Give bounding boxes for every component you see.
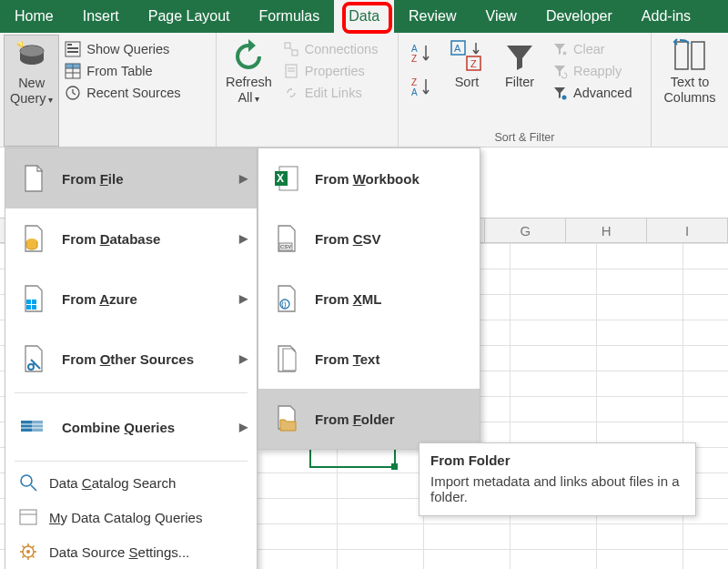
refresh-all-icon	[230, 38, 267, 73]
menu-from-other-sources[interactable]: From Other Sources ▶	[5, 329, 257, 389]
sort-button[interactable]: AZ Sort	[440, 35, 493, 129]
recent-sources-button[interactable]: Recent Sources	[59, 82, 186, 104]
tab-formulas[interactable]: Formulas	[245, 0, 335, 33]
svg-text:A: A	[411, 87, 418, 97]
svg-rect-3	[67, 44, 72, 46]
ribbon-data: NewQuery ▾ Show Queries From Table Recen…	[0, 33, 728, 147]
recent-sources-icon	[65, 85, 81, 101]
svg-rect-12	[285, 43, 290, 48]
menu-combine-queries[interactable]: Combine Queries ▶	[5, 397, 257, 457]
text-to-columns-icon	[672, 38, 708, 73]
from-file-icon	[18, 163, 49, 194]
tab-developer[interactable]: Developer	[531, 0, 627, 33]
svg-rect-35	[21, 421, 32, 432]
reapply-icon	[551, 63, 568, 79]
svg-rect-30	[26, 300, 31, 304]
my-queries-icon	[18, 507, 38, 527]
svg-rect-36	[32, 421, 43, 432]
svg-rect-13	[292, 50, 298, 56]
properties-icon	[283, 63, 299, 79]
from-file-submenu: X From Workbook CSV From CSV ⟨⟩ From XML…	[258, 147, 480, 450]
tooltip-body: Import metadata and links about files in…	[430, 473, 684, 504]
tab-data[interactable]: Data	[334, 0, 394, 33]
new-query-button[interactable]: NewQuery ▾	[4, 35, 59, 147]
submenu-from-folder[interactable]: From Folder	[258, 389, 480, 449]
refresh-all-button[interactable]: RefreshAll ▾	[220, 35, 278, 147]
svg-line-14	[290, 48, 292, 50]
reapply-button: Reapply	[546, 60, 638, 82]
column-header[interactable]: H	[566, 218, 647, 242]
sort-descending-button[interactable]: ZA	[404, 72, 439, 106]
tab-add-ins[interactable]: Add-ins	[627, 0, 705, 33]
advanced-button[interactable]: Advanced	[546, 82, 638, 104]
submenu-from-csv[interactable]: CSV From CSV	[258, 208, 480, 269]
menu-from-file[interactable]: From File ▶	[5, 148, 257, 208]
properties-button: Properties	[278, 60, 384, 82]
menu-from-database[interactable]: From Database ▶	[5, 208, 257, 269]
edit-links-icon	[283, 85, 299, 101]
svg-rect-4	[67, 47, 78, 49]
combine-queries-icon	[18, 412, 49, 442]
svg-text:A: A	[411, 44, 418, 54]
svg-text:Z: Z	[470, 58, 477, 69]
clear-button: Clear	[546, 38, 638, 60]
submenu-arrow-icon: ▶	[239, 172, 248, 185]
column-header[interactable]: I	[647, 218, 728, 242]
menu-separator	[15, 461, 248, 462]
submenu-from-text[interactable]: From Text	[258, 329, 480, 389]
text-to-columns-button[interactable]: Text toColumns	[655, 35, 724, 105]
sort-ascending-button[interactable]: AZ	[404, 38, 439, 72]
clear-icon	[551, 41, 568, 57]
menu-data-source-settings[interactable]: Data Source Settings...	[5, 534, 257, 569]
from-folder-tooltip: From Folder Import metadata and links ab…	[419, 442, 696, 516]
workbook-icon: X	[271, 163, 302, 194]
xml-icon: ⟨⟩	[271, 283, 302, 314]
tab-review[interactable]: Review	[394, 0, 470, 33]
svg-text:Z: Z	[411, 77, 417, 87]
from-other-sources-icon	[18, 343, 49, 374]
svg-point-26	[562, 96, 567, 100]
connections-button[interactable]: Connections	[278, 38, 384, 60]
new-query-menu: From File ▶ From Database ▶ From Azure ▶…	[5, 147, 258, 569]
from-table-button[interactable]: From Table	[59, 60, 186, 82]
svg-line-40	[31, 485, 36, 491]
tab-page-layout[interactable]: Page Layout	[134, 0, 245, 33]
svg-text:A: A	[454, 43, 461, 54]
menu-data-catalog-search[interactable]: Data Catalog Search	[5, 465, 257, 500]
settings-icon	[18, 542, 38, 562]
search-icon	[18, 472, 38, 493]
menu-separator	[15, 392, 248, 393]
filter-icon	[501, 38, 538, 73]
tab-view[interactable]: View	[471, 0, 531, 33]
submenu-from-xml[interactable]: ⟨⟩ From XML	[258, 269, 480, 329]
show-queries-button[interactable]: Show Queries	[59, 38, 186, 60]
tab-home[interactable]: Home	[0, 0, 68, 33]
svg-text:X: X	[277, 172, 284, 185]
sort-icon: AZ	[449, 38, 485, 73]
svg-rect-32	[26, 305, 31, 310]
menu-from-azure[interactable]: From Azure ▶	[5, 269, 257, 329]
csv-icon: CSV	[271, 223, 302, 254]
from-database-icon	[18, 223, 49, 254]
text-file-icon	[271, 343, 302, 374]
advanced-icon	[551, 85, 568, 101]
connections-icon	[283, 41, 299, 57]
svg-rect-28	[692, 42, 704, 69]
submenu-from-workbook[interactable]: X From Workbook	[258, 148, 480, 208]
column-header[interactable]: G	[485, 218, 566, 242]
from-azure-icon	[18, 283, 49, 314]
svg-rect-41	[20, 510, 36, 524]
tab-insert[interactable]: Insert	[68, 0, 134, 33]
submenu-arrow-icon: ▶	[239, 421, 248, 433]
svg-text:Z: Z	[411, 54, 417, 64]
edit-links-button: Edit Links	[278, 82, 384, 104]
submenu-arrow-icon: ▶	[239, 232, 248, 245]
svg-point-44	[26, 550, 30, 554]
filter-button[interactable]: Filter	[493, 35, 546, 129]
submenu-arrow-icon: ▶	[239, 292, 248, 305]
svg-rect-33	[32, 305, 36, 310]
svg-rect-27	[675, 42, 688, 69]
menu-my-data-catalog[interactable]: My Data Catalog Queries	[5, 500, 257, 534]
svg-rect-5	[67, 51, 78, 53]
sort-filter-group-label: Sort & Filter	[402, 129, 647, 147]
